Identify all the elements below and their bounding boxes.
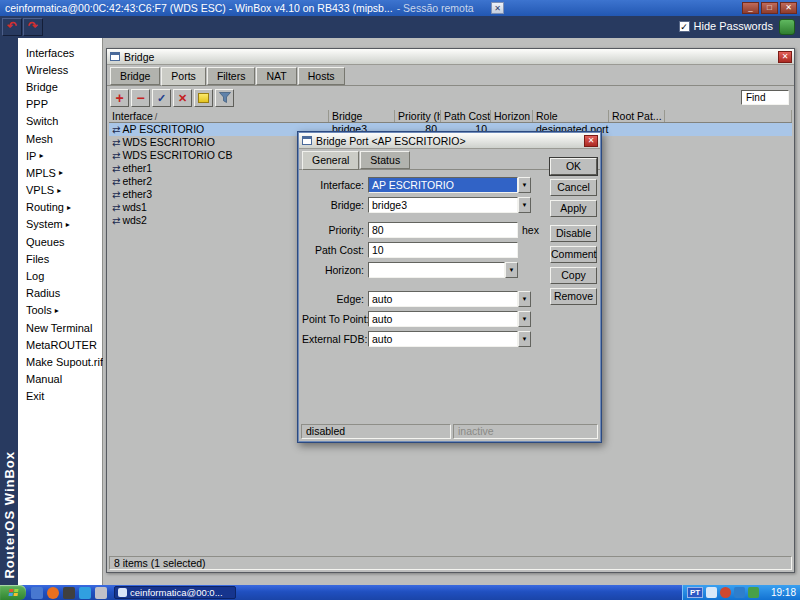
copy-button[interactable]: Copy xyxy=(550,267,597,284)
tab-bridge[interactable]: Bridge xyxy=(110,67,160,85)
sidebar-item-mpls[interactable]: MPLS▸ xyxy=(18,164,102,181)
sidebar-item-ppp[interactable]: PPP xyxy=(18,96,102,113)
language-indicator[interactable]: PT xyxy=(687,587,703,598)
edge-field[interactable]: auto xyxy=(368,291,518,307)
cell-filler xyxy=(665,214,792,227)
sidebar-item-system[interactable]: System▸ xyxy=(18,216,102,233)
point-to-point-field[interactable]: auto xyxy=(368,311,518,327)
find-button[interactable]: Find xyxy=(741,90,789,105)
safe-mode-icon[interactable] xyxy=(779,19,795,35)
submenu-arrow-icon: ▸ xyxy=(67,203,71,212)
sidebar-item-interfaces[interactable]: Interfaces xyxy=(18,44,102,61)
remove-button[interactable]: Remove xyxy=(550,288,597,305)
cell-root-path xyxy=(609,123,665,136)
apply-button[interactable]: Apply xyxy=(550,200,597,217)
sidebar-item-label: IP xyxy=(26,150,36,162)
sidebar-item-manual[interactable]: Manual xyxy=(18,371,102,388)
add-button[interactable]: + xyxy=(110,89,129,107)
undo-button[interactable]: ↶ xyxy=(2,18,22,36)
quick-launch-icon-4[interactable] xyxy=(79,587,91,599)
edge-dropdown-icon[interactable]: ▼ xyxy=(518,291,531,307)
column-header-interface[interactable]: Interface/ xyxy=(109,110,329,122)
minimize-button[interactable]: _ xyxy=(742,2,759,14)
disable-button[interactable]: ✕ xyxy=(173,89,192,107)
point-to-point-dropdown-icon[interactable]: ▼ xyxy=(518,311,531,327)
quick-launch-icon-3[interactable] xyxy=(63,587,75,599)
redo-button[interactable]: ↷ xyxy=(23,18,43,36)
tab-general[interactable]: General xyxy=(302,151,359,170)
remove-button[interactable]: − xyxy=(131,89,150,107)
horizon-field[interactable] xyxy=(368,262,505,278)
horizon-dropdown-icon[interactable]: ▼ xyxy=(505,262,518,278)
cell-root-path xyxy=(609,149,665,162)
restore-button[interactable]: □ xyxy=(761,2,778,14)
sidebar-item-label: New Terminal xyxy=(26,322,92,334)
sidebar-item-log[interactable]: Log xyxy=(18,267,102,284)
sidebar-item-make-supout[interactable]: Make Supout.rif xyxy=(18,353,102,370)
comment-button[interactable] xyxy=(194,89,213,107)
tab-ports[interactable]: Ports xyxy=(161,67,206,86)
column-header-role[interactable]: Role xyxy=(533,110,609,122)
remote-session-close-button[interactable]: ✕ xyxy=(491,2,504,14)
sidebar-item-queues[interactable]: Queues xyxy=(18,233,102,250)
ok-button[interactable]: OK xyxy=(550,158,597,175)
bridge-dropdown-icon[interactable]: ▼ xyxy=(518,197,531,213)
external-fdb-dropdown-icon[interactable]: ▼ xyxy=(518,331,531,347)
dialog-titlebar[interactable]: Bridge Port <AP ESCRITORIO> xyxy=(299,133,600,149)
path-cost-field[interactable]: 10 xyxy=(368,242,518,258)
sidebar-item-metarouter[interactable]: MetaROUTER xyxy=(18,336,102,353)
interface-dropdown-icon[interactable]: ▼ xyxy=(518,177,531,193)
tray-icon-1[interactable] xyxy=(706,587,717,598)
sidebar-item-tools[interactable]: Tools▸ xyxy=(18,302,102,319)
sidebar-item-label: Exit xyxy=(26,390,44,402)
tab-hosts[interactable]: Hosts xyxy=(298,67,345,85)
winbox-task-button[interactable]: ceinformatica@00:0... xyxy=(114,586,236,599)
hide-passwords-checkbox[interactable]: ✓ Hide Passwords xyxy=(679,20,773,32)
dialog-close-button[interactable]: ✕ xyxy=(584,135,598,147)
tab-filters[interactable]: Filters xyxy=(207,67,256,85)
dialog-tabs: General Status xyxy=(302,151,410,170)
sidebar-item-switch[interactable]: Switch xyxy=(18,113,102,130)
external-fdb-field[interactable]: auto xyxy=(368,331,518,347)
tray-icon-3[interactable] xyxy=(734,587,745,598)
sidebar-item-wireless[interactable]: Wireless xyxy=(18,61,102,78)
column-header-horizon[interactable]: Horizon xyxy=(491,110,533,122)
quick-launch-icon-1[interactable] xyxy=(31,587,43,599)
start-button[interactable] xyxy=(0,585,26,600)
tab-status[interactable]: Status xyxy=(360,151,410,169)
sidebar-item-label: MetaROUTER xyxy=(26,339,97,351)
enable-button[interactable]: ✓ xyxy=(152,89,171,107)
firefox-icon[interactable] xyxy=(47,587,59,599)
priority-field[interactable]: 80 xyxy=(368,222,518,238)
sidebar-item-routing[interactable]: Routing▸ xyxy=(18,199,102,216)
sidebar-item-mesh[interactable]: Mesh xyxy=(18,130,102,147)
tray-icon-4[interactable] xyxy=(748,587,759,598)
sidebar-item-vpls[interactable]: VPLS▸ xyxy=(18,182,102,199)
cancel-button[interactable]: Cancel xyxy=(550,179,597,196)
column-header-bridge[interactable]: Bridge xyxy=(329,110,395,122)
filter-button[interactable] xyxy=(215,89,234,107)
close-button[interactable]: ✕ xyxy=(780,2,797,14)
priority-label: Priority: xyxy=(302,224,368,236)
cell-root-path xyxy=(609,188,665,201)
tab-nat[interactable]: NAT xyxy=(256,67,296,85)
sidebar-item-new-terminal[interactable]: New Terminal xyxy=(18,319,102,336)
column-header-path-cost[interactable]: Path Cost xyxy=(441,110,491,122)
comment-button[interactable]: Comment xyxy=(550,246,597,263)
bridge-field[interactable]: bridge3 xyxy=(368,197,518,213)
tray-icon-2[interactable] xyxy=(720,587,731,598)
column-header-root-path[interactable]: Root Pat... xyxy=(609,110,665,122)
sidebar-item-files[interactable]: Files xyxy=(18,250,102,267)
column-header-priority[interactable]: Priority (h... xyxy=(395,110,441,122)
submenu-arrow-icon: ▸ xyxy=(55,306,59,315)
sidebar-item-exit[interactable]: Exit xyxy=(18,388,102,405)
quick-launch-icon-5[interactable] xyxy=(95,587,107,599)
remote-session-titlebar[interactable]: ceinformatica@00:0C:42:43:C6:F7 (WDS ESC… xyxy=(0,0,800,16)
bridge-window-titlebar[interactable]: Bridge xyxy=(107,49,794,65)
sidebar-item-bridge[interactable]: Bridge xyxy=(18,78,102,95)
bridge-window-close-button[interactable]: ✕ xyxy=(778,51,792,63)
sidebar-item-ip[interactable]: IP▸ xyxy=(18,147,102,164)
interface-field[interactable]: AP ESCRITORIO xyxy=(368,177,518,193)
sidebar-item-radius[interactable]: Radius xyxy=(18,285,102,302)
disable-button[interactable]: Disable xyxy=(550,225,597,242)
